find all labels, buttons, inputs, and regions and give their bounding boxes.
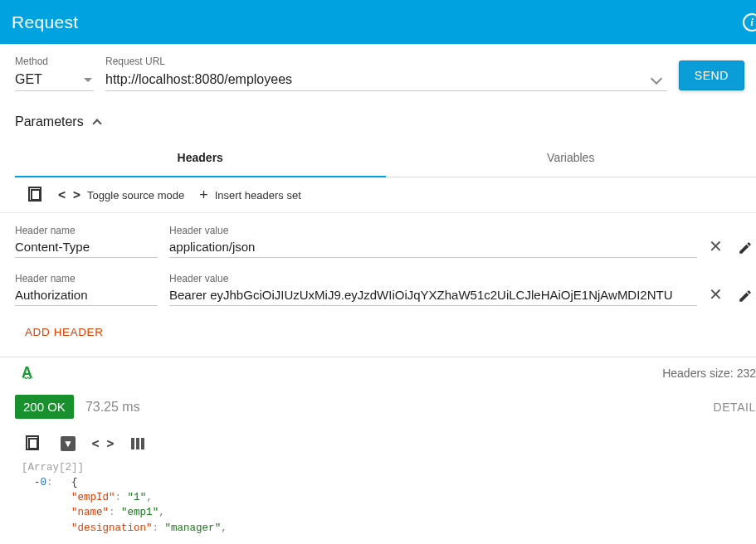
header-row: Header name Header value ✕ — [0, 261, 756, 309]
close-icon[interactable]: ✕ — [709, 238, 723, 255]
banner-title: Request — [12, 12, 78, 32]
header-value-block: Header value — [169, 273, 697, 306]
format-icon[interactable]: A〰 — [22, 364, 32, 381]
toggle-source-mode-button[interactable]: < > Toggle source mode — [58, 187, 184, 202]
header-value-label: Header value — [169, 225, 697, 236]
method-select[interactable]: GET — [15, 70, 94, 91]
json-index: 0 — [41, 477, 47, 488]
chevron-down-icon[interactable] — [651, 73, 662, 85]
method-label: Method — [15, 56, 94, 67]
parameters-label: Parameters — [15, 114, 84, 129]
parameters-toggle[interactable]: Parameters — [0, 91, 756, 139]
method-value: GET — [15, 72, 42, 87]
details-link[interactable]: DETAIL — [713, 401, 756, 414]
copy-icon[interactable] — [25, 435, 41, 452]
url-input[interactable] — [105, 72, 652, 87]
header-name-block: Header name — [15, 225, 158, 258]
code-icon[interactable]: < > — [95, 435, 111, 452]
insert-headers-set-button[interactable]: + Insert headers set — [199, 187, 301, 202]
edit-icon[interactable] — [738, 289, 749, 300]
header-value-input[interactable] — [169, 240, 697, 257]
edit-icon[interactable] — [738, 240, 749, 252]
header-name-input[interactable] — [15, 288, 158, 305]
header-name-block: Header name — [15, 273, 158, 306]
info-icon[interactable]: i — [743, 13, 756, 32]
columns-icon[interactable] — [129, 435, 146, 452]
status-badge: 200 OK — [15, 395, 74, 419]
status-row: 200 OK 73.25 ms DETAIL — [0, 386, 756, 424]
header-row-actions: ✕ — [709, 238, 753, 258]
download-icon[interactable]: ▼ — [60, 435, 76, 452]
header-value-input[interactable] — [169, 288, 697, 305]
chevron-down-icon — [84, 78, 92, 82]
header-row-actions: ✕ — [709, 286, 753, 306]
tabs: Headers Variables — [15, 139, 756, 177]
headers-toolbar: < > Toggle source mode + Insert headers … — [0, 177, 756, 213]
code-icon: < > — [58, 187, 80, 202]
copy-icon[interactable] — [28, 187, 43, 202]
close-icon[interactable]: ✕ — [709, 286, 723, 303]
tab-variables[interactable]: Variables — [386, 139, 757, 177]
response-meta-row: A〰 Headers size: 232 — [0, 357, 756, 386]
chevron-up-icon — [92, 119, 101, 128]
header-name-label: Header name — [15, 273, 158, 284]
add-header-button[interactable]: ADD HEADER — [0, 309, 756, 352]
method-block: Method GET — [15, 56, 94, 91]
response-body[interactable]: [Array[2]] -0: { "empId": "1", "name": "… — [0, 460, 756, 536]
toggle-source-label: Toggle source mode — [87, 189, 184, 202]
tab-headers[interactable]: Headers — [15, 139, 386, 177]
url-block: Request URL — [105, 56, 667, 91]
request-line: Method GET Request URL SEND — [0, 44, 756, 91]
request-banner: Request i — [0, 0, 756, 44]
insert-headers-label: Insert headers set — [215, 189, 301, 202]
header-name-input[interactable] — [15, 240, 158, 257]
response-toolbar: ▼ < > — [0, 424, 756, 460]
headers-size-text: Headers size: 232 — [662, 367, 756, 380]
response-time: 73.25 ms — [85, 400, 140, 415]
header-name-label: Header name — [15, 225, 158, 236]
array-label: Array[2] — [28, 462, 78, 474]
header-value-label: Header value — [169, 273, 697, 284]
url-label: Request URL — [105, 56, 667, 67]
header-value-block: Header value — [169, 225, 697, 258]
header-row: Header name Header value ✕ — [0, 213, 756, 261]
plus-icon: + — [199, 187, 208, 202]
send-button[interactable]: SEND — [679, 61, 744, 90]
url-field[interactable] — [105, 70, 667, 91]
